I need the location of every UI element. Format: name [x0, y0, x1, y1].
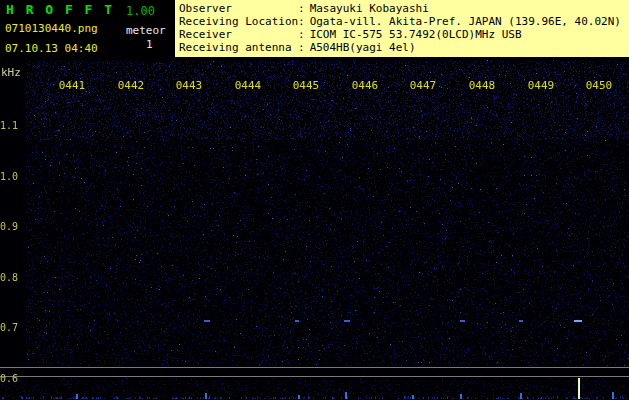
x-tick-label: 0445: [288, 79, 324, 92]
app-version: 1.00: [126, 4, 155, 18]
info-colon: :: [298, 41, 305, 54]
info-row-location: Receiving Location:Ogata-vill. Akita-Pre…: [175, 15, 629, 28]
y-tick-label: 0.9: [0, 221, 18, 232]
meteor-mode-label: meteor: [126, 24, 166, 37]
x-tick-label: 0442: [113, 79, 149, 92]
separator-line-lower: [0, 376, 629, 377]
info-value: ICOM IC-575 53.7492(0LCD)MHz USB: [310, 28, 522, 41]
info-colon: :: [298, 2, 305, 15]
observation-timestamp: 07.10.13 04:40: [5, 42, 98, 55]
info-row-observer: Observer:Masayuki Kobayashi: [175, 2, 629, 15]
info-label: Receiving antenna: [179, 41, 298, 54]
info-row-antenna: Receiving antenna:A504HB(yagi 4el): [175, 41, 629, 54]
y-tick-label: 0.6: [0, 373, 18, 384]
info-label: Receiving Location: [179, 15, 298, 28]
header-left: H R O F F T 1.00 0710130440.png meteor 0…: [0, 0, 175, 57]
info-row-receiver: Receiver:ICOM IC-575 53.7492(0LCD)MHz US…: [175, 28, 629, 41]
y-tick-label: 1.0: [0, 171, 18, 182]
info-value: Masayuki Kobayashi: [310, 2, 429, 15]
y-tick-label: 0.8: [0, 272, 18, 283]
x-tick-label: 0441: [54, 79, 90, 92]
spectrogram-canvas: [0, 0, 629, 400]
app-title: H R O F F T: [6, 2, 114, 17]
x-tick-label: 0450: [581, 79, 617, 92]
x-tick-label: 0446: [347, 79, 383, 92]
hrofft-output: H R O F F T 1.00 0710130440.png meteor 0…: [0, 0, 629, 400]
y-tick-label: 1.1: [0, 120, 18, 131]
x-tick-label: 0448: [464, 79, 500, 92]
y-axis-unit-label: kHz: [1, 66, 21, 79]
output-filename: 0710130440.png: [5, 22, 98, 35]
info-label: Observer: [179, 2, 298, 15]
info-value: Ogata-vill. Akita-Pref. JAPAN (139.96E, …: [310, 15, 621, 28]
x-tick-label: 0444: [230, 79, 266, 92]
info-colon: :: [298, 28, 305, 41]
y-tick-label: 0.7: [0, 322, 18, 333]
info-value: A504HB(yagi 4el): [310, 41, 416, 54]
info-label: Receiver: [179, 28, 298, 41]
separator-line-upper: [0, 367, 629, 368]
info-colon: :: [298, 15, 305, 28]
x-tick-label: 0443: [171, 79, 207, 92]
header-info-panel: Observer:Masayuki Kobayashi Receiving Lo…: [175, 0, 629, 57]
x-tick-label: 0447: [405, 79, 441, 92]
x-tick-label: 0449: [523, 79, 559, 92]
meteor-count: 1: [146, 38, 153, 51]
